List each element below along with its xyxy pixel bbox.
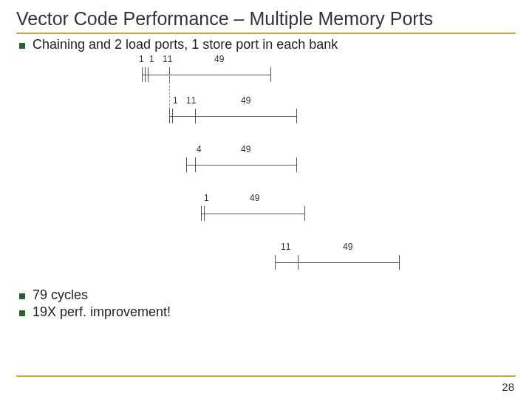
footer-divider (16, 375, 516, 377)
title-divider (16, 33, 516, 34)
seg-label: 49 (241, 144, 250, 154)
bullet-text: 19X perf. improvement! (33, 304, 171, 320)
bullet-item: 79 cycles (19, 287, 516, 303)
bullet-icon (19, 293, 25, 299)
seg-label: 11 (163, 54, 172, 64)
bullet-icon (19, 43, 25, 49)
seg-label: 11 (186, 95, 196, 106)
seg-label: 11 (281, 242, 290, 252)
bullet-item: Chaining and 2 load ports, 1 store port … (19, 37, 516, 52)
seg-label: 1 (173, 95, 178, 106)
seg-label: 49 (214, 54, 224, 64)
seg-label: 1 (139, 54, 144, 64)
seg-label: 1 (204, 193, 209, 203)
slide-body: Chaining and 2 load ports, 1 store port … (16, 37, 516, 320)
seg-label: 1 (149, 54, 154, 64)
page-number: 28 (502, 381, 514, 393)
slide-title: Vector Code Performance – Multiple Memor… (16, 7, 516, 30)
seg-label: 49 (343, 242, 352, 252)
bullet-text: 79 cycles (33, 287, 88, 303)
bullet-item: 19X perf. improvement! (19, 304, 516, 320)
bullet-icon (19, 310, 25, 316)
bullet-text: Chaining and 2 load ports, 1 store port … (33, 37, 338, 52)
seg-label: 49 (241, 95, 250, 106)
timing-diagram: 1 1 11 49 1 11 49 4 49 (127, 57, 408, 286)
seg-label: 4 (197, 144, 202, 154)
seg-label: 49 (250, 193, 259, 203)
